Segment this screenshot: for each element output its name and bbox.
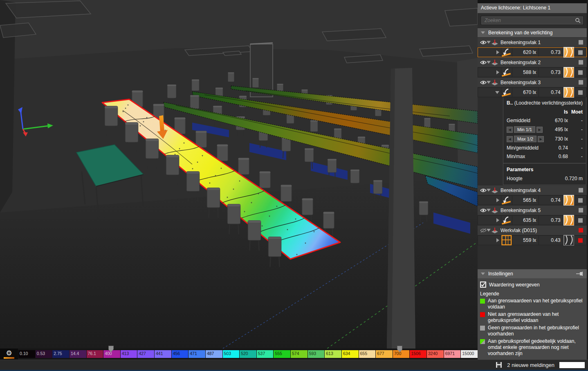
scale-segment[interactable]: 15000	[461, 350, 478, 358]
scale-segment[interactable]: 613	[325, 350, 341, 358]
scale-segment[interactable]: 555	[274, 350, 290, 358]
surface-values-1[interactable]: 620 lx 0.73	[478, 47, 587, 57]
expander-icon[interactable]	[496, 218, 499, 222]
settings-header[interactable]: Instellingen	[478, 269, 587, 278]
max-mode-button[interactable]: Max 1/2	[514, 136, 536, 142]
chevron-down-icon[interactable]	[487, 61, 491, 64]
falsecolor-icon[interactable]	[563, 47, 575, 58]
scale-segment[interactable]: 574	[291, 350, 307, 358]
surface-values-werkvlak[interactable]: 559 lx 0.43	[478, 235, 587, 245]
eye-icon[interactable]	[480, 188, 487, 193]
panel-top-strip	[478, 0, 587, 3]
row-target: -	[568, 127, 583, 132]
next-max-button[interactable]: ▶	[538, 136, 544, 142]
scale-segment[interactable]: 413	[121, 350, 137, 358]
progress-box	[559, 362, 585, 368]
status-badge	[578, 50, 583, 55]
falsecolor-icon[interactable]	[563, 67, 575, 78]
param-value: 0.720 m	[565, 176, 583, 181]
section-calculation[interactable]: Berekening van de verlichting	[478, 28, 587, 37]
surface-name[interactable]: Berekeningsvlak 5	[499, 208, 575, 213]
scale-segment[interactable]: 14.4	[70, 350, 86, 358]
scale-segment[interactable]: 1506	[410, 350, 426, 358]
surface-name[interactable]: Berekeningsvlak 4	[499, 188, 575, 193]
legend-label: Aan gebruiksprofiel gedeeltelijk voldaan…	[488, 338, 584, 357]
scale-segment[interactable]: 487	[206, 350, 222, 358]
legend-label: Geen grenswaarden in het gebruiksprofiel…	[488, 325, 584, 337]
scale-segment[interactable]: 537	[257, 350, 274, 358]
surface-values-5[interactable]: 635 lx 0.73	[478, 215, 587, 225]
scale-segment[interactable]: 677	[376, 350, 393, 358]
min-mode-button[interactable]: Min 1/1	[514, 126, 535, 133]
new-messages-link[interactable]: 2 nieuwe meldingen	[507, 362, 554, 368]
next-min-button[interactable]: ▶	[536, 127, 543, 133]
eye-icon[interactable]	[480, 208, 487, 213]
surface-name[interactable]: Berekeningsvlak 1	[499, 40, 575, 45]
surface-values-2[interactable]: 588 lx 0.73	[478, 67, 587, 77]
scale-segment[interactable]: 593	[308, 350, 325, 358]
scale-segment[interactable]: 2.75	[52, 350, 69, 358]
scale-segment[interactable]: 634	[342, 350, 359, 358]
falsecolor-icon[interactable]	[563, 195, 575, 206]
scale-segment[interactable]: 520	[240, 350, 256, 358]
surface-name[interactable]: Werkvlak (D015)	[499, 228, 575, 233]
chevron-down-icon[interactable]	[487, 229, 491, 232]
falsecolor-icon[interactable]	[563, 215, 575, 226]
rating-checkbox-label[interactable]: Waardering weergeven	[489, 282, 540, 288]
expander-icon[interactable]	[496, 238, 499, 242]
surface-row-1[interactable]: Berekeningsvlak 1	[478, 38, 587, 47]
scale-segment[interactable]: 427	[137, 350, 154, 358]
chevron-down-icon[interactable]	[487, 189, 491, 192]
3d-viewport[interactable]: ⚙ 0.100.532.7514.476.1400413427441456471…	[0, 0, 478, 360]
expander-icon[interactable]	[496, 198, 499, 202]
surface-row-5[interactable]: Berekeningsvlak 5	[478, 206, 587, 215]
surface-row-3[interactable]: Berekeningsvlak 3	[478, 78, 587, 87]
eye-icon[interactable]	[480, 40, 487, 45]
surface-row-2[interactable]: Berekeningsvlak 2	[478, 58, 587, 67]
row-target: -	[568, 136, 583, 142]
search-field[interactable]	[484, 17, 575, 24]
scale-settings-button[interactable]: ⚙	[0, 349, 18, 360]
scale-segment[interactable]: 0.53	[36, 350, 52, 358]
surface-row-werkvlak[interactable]: Werkvlak (D015)	[478, 226, 587, 235]
scale-segment[interactable]: 400	[103, 350, 120, 358]
scale-segment[interactable]: 76.1	[87, 350, 103, 358]
row-label: Min/gemiddeld	[507, 145, 544, 151]
eye-hidden-icon[interactable]	[480, 228, 487, 233]
eye-icon[interactable]	[480, 80, 487, 85]
save-icon[interactable]	[496, 362, 502, 368]
legend-swatch-partial	[480, 339, 485, 344]
scale-segment[interactable]: 3240	[427, 350, 444, 358]
scale-segment[interactable]: 0.10	[18, 350, 35, 358]
chevron-down-icon[interactable]	[487, 41, 491, 44]
expander-icon[interactable]	[496, 70, 499, 74]
status-badge	[578, 90, 583, 95]
surface-name[interactable]: Berekeningsvlak 2	[499, 60, 575, 65]
settings-title: Instellingen	[488, 271, 513, 277]
surface-name[interactable]: Berekeningsvlak 3	[499, 80, 575, 85]
rating-checkbox[interactable]	[480, 282, 486, 288]
scale-segment[interactable]: 6971	[444, 350, 461, 358]
surface-values-4[interactable]: 565 lx 0.74	[478, 195, 587, 205]
row-label: Gemiddeld	[507, 118, 544, 123]
scale-segment[interactable]: 503	[223, 350, 240, 358]
expander-icon-open[interactable]	[495, 91, 499, 94]
falsecolor-icon-disabled[interactable]	[563, 235, 575, 246]
eye-icon[interactable]	[480, 60, 487, 65]
falsecolor-icon[interactable]	[563, 87, 575, 98]
surface-row-4[interactable]: Berekeningsvlak 4	[478, 186, 587, 195]
chevron-down-icon[interactable]	[487, 209, 491, 212]
prev-min-button[interactable]: ◀	[507, 127, 513, 133]
surface-values-3[interactable]: 670 lx 0.74	[478, 87, 587, 97]
status-badge	[578, 70, 583, 75]
pin-icon[interactable]	[576, 272, 584, 276]
scale-segment[interactable]: 700	[393, 350, 410, 358]
scale-segment[interactable]: 441	[155, 350, 171, 358]
scale-segment[interactable]: 471	[189, 350, 205, 358]
scale-segment[interactable]: 456	[172, 350, 189, 358]
scale-segment[interactable]: 655	[359, 350, 376, 358]
chevron-down-icon[interactable]	[487, 81, 491, 84]
prev-max-button[interactable]: ◀	[507, 136, 513, 142]
search-input[interactable]	[481, 16, 584, 25]
expander-icon[interactable]	[496, 50, 499, 54]
